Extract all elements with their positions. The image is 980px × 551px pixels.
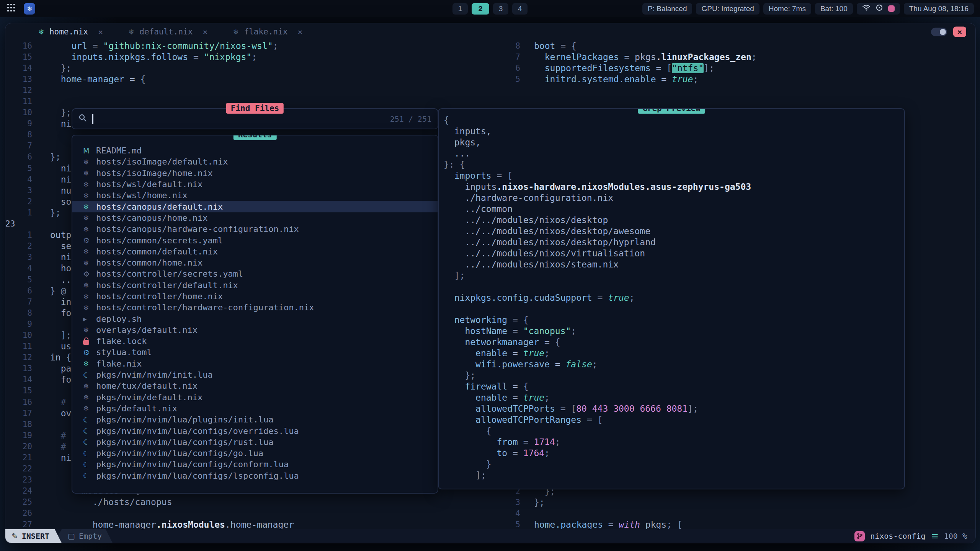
- find-files-title: Find Files: [226, 103, 284, 114]
- window-close-button[interactable]: ×: [953, 27, 966, 37]
- code-line: 5home.packages = with pkgs; [: [486, 519, 683, 529]
- line-number: 21: [5, 453, 32, 462]
- code-line: ../../modules/nixos/virtualisation: [444, 248, 904, 259]
- find-files-results[interactable]: Results MREADME.md❄hosts/isoImage/defaul…: [72, 135, 438, 494]
- file-result[interactable]: ❄overlays/default.nix: [72, 324, 438, 336]
- tab-home.nix[interactable]: ❄home.nix×: [38, 27, 103, 37]
- code-line: ../../modules/nixos/desktop: [444, 214, 904, 225]
- code-line: 25 ./hosts/canopus: [5, 497, 342, 508]
- file-result[interactable]: MREADME.md: [72, 145, 438, 156]
- code-line: 6 supportedFilesystems = ["ntfs"];: [486, 62, 757, 73]
- code-line: 12: [5, 85, 342, 96]
- line-number: 7: [5, 141, 32, 150]
- code-line: 27 home-manager.nixosModules.home-manage…: [5, 519, 342, 529]
- file-result[interactable]: ☾pkgs/nvim/nvim/lua/configs/overrides.lu…: [72, 425, 438, 436]
- file-result[interactable]: ❄home/tux/default.nix: [72, 380, 438, 391]
- tab-flake.nix[interactable]: ❄flake.nix×: [233, 27, 303, 37]
- file-name: pkgs/nvim/nvim/init.lua: [96, 370, 213, 380]
- lock-file-icon: [83, 337, 96, 345]
- file-result[interactable]: ❄hosts/canopus/home.nix: [72, 212, 438, 223]
- nix-file-icon: ❄: [83, 404, 96, 412]
- file-result[interactable]: ⚙hosts/common/secrets.yaml: [72, 235, 438, 246]
- workspace-3[interactable]: 3: [493, 3, 508, 15]
- right-top-buffer-pane[interactable]: 8boot = {7 kernelPackages = pkgs.linuxPa…: [486, 40, 757, 85]
- line-number: 15: [5, 52, 32, 62]
- line-number: 5: [486, 520, 520, 529]
- tab-default.nix[interactable]: ❄default.nix×: [128, 27, 207, 37]
- file-result[interactable]: ❄hosts/controller/hardware-configuration…: [72, 302, 438, 313]
- find-files-prompt[interactable]: Find Files 251 / 251: [72, 108, 438, 129]
- workspace-2[interactable]: 2: [472, 3, 489, 15]
- system-tray[interactable]: [857, 3, 900, 15]
- file-result[interactable]: ❄hosts/isoImage/home.nix: [72, 168, 438, 179]
- file-result[interactable]: ❄hosts/canopus/hardware-configuration.ni…: [72, 223, 438, 235]
- line-number: 14: [5, 64, 32, 73]
- nix-file-icon: ❄: [233, 28, 239, 36]
- code-line: 16 url = "github:nix-community/nixos-wsl…: [5, 40, 342, 51]
- line-number: 4: [5, 264, 32, 273]
- file-result[interactable]: ⚙hosts/controller/secrets.yaml: [72, 268, 438, 279]
- buffer-tabline: ❄home.nix×❄default.nix×❄flake.nix× ×: [5, 23, 975, 40]
- line-number: 23: [5, 219, 32, 228]
- code-line: {: [444, 425, 904, 436]
- file-result[interactable]: ❄hosts/controller/home.nix: [72, 291, 438, 302]
- file-result[interactable]: ❄hosts/common/default.nix: [72, 246, 438, 257]
- file-result[interactable]: ☾pkgs/nvim/nvim/lua/configs/rust.lua: [72, 437, 438, 448]
- file-result[interactable]: ▸deploy.sh: [72, 313, 438, 324]
- file-result[interactable]: ❄hosts/controller/default.nix: [72, 280, 438, 291]
- code-line: networkmanager = {: [444, 336, 904, 347]
- file-result[interactable]: ☾pkgs/nvim/nvim/lua/plugins/init.lua: [72, 414, 438, 425]
- file-result[interactable]: ❄pkgs/nvim/default.nix: [72, 392, 438, 403]
- file-result[interactable]: ☾pkgs/nvim/nvim/init.lua: [72, 369, 438, 380]
- distro-logo-icon[interactable]: ❄: [24, 3, 35, 15]
- tab-close-icon[interactable]: ×: [203, 27, 207, 37]
- toml-file-icon: ⚙: [83, 348, 96, 357]
- code-line: inputs,: [444, 126, 904, 137]
- nix-file-icon: ❄: [83, 303, 96, 312]
- file-result[interactable]: ❄hosts/wsl/home.nix: [72, 190, 438, 201]
- desktop-status-bar: ❄ 1234 P: BalancedGPU: IntegratedHome: 7…: [0, 0, 980, 17]
- tab-close-icon[interactable]: ×: [297, 27, 302, 37]
- file-result[interactable]: ☾pkgs/nvim/nvim/lua/configs/conform.lua: [72, 459, 438, 470]
- pencil-icon: ✎: [11, 531, 18, 541]
- file-result[interactable]: ⚙stylua.toml: [72, 347, 438, 358]
- lua-file-icon: ☾: [83, 427, 96, 435]
- line-number: 25: [5, 497, 32, 507]
- file-result[interactable]: ❄flake.nix: [72, 358, 438, 369]
- workspace-1[interactable]: 1: [452, 3, 468, 15]
- line-number: 3: [486, 498, 520, 507]
- file-result[interactable]: ❄hosts/common/home.nix: [72, 257, 438, 268]
- code-line: pkgs,: [444, 137, 904, 148]
- code-line: nixpkgs.config.cudaSupport = true;: [444, 292, 904, 303]
- file-name: hosts/canopus/home.nix: [96, 213, 207, 223]
- workspace-4[interactable]: 4: [512, 3, 528, 15]
- file-result[interactable]: ❄pkgs/default.nix: [72, 403, 438, 414]
- line-number: 2: [5, 241, 32, 251]
- file-result[interactable]: ❄hosts/canopus/default.nix: [72, 201, 438, 212]
- file-result[interactable]: flake.lock: [72, 336, 438, 347]
- line-number: 19: [5, 431, 32, 440]
- results-title: Results: [234, 135, 277, 140]
- status-module: Home: 7ms: [763, 3, 811, 15]
- file-name: overlays/default.nix: [96, 325, 198, 335]
- grep-preview-panel[interactable]: Grep Preview { inputs, pkgs, ...}: { imp…: [438, 108, 905, 489]
- file-result[interactable]: ☾pkgs/nvim/nvim/lua/configs/go.lua: [72, 448, 438, 459]
- app-launcher-button[interactable]: [6, 4, 16, 14]
- code-line: }: {: [444, 159, 904, 170]
- window-toggle-button[interactable]: [931, 28, 947, 36]
- code-line: 11: [5, 96, 342, 107]
- nix-file-icon: ❄: [83, 382, 96, 390]
- file-result[interactable]: ☾pkgs/nvim/nvim/lua/configs/lspconfig.lu…: [72, 470, 438, 481]
- line-number: 5: [5, 164, 32, 173]
- apps-grid-icon: [7, 3, 15, 14]
- preview-title: Grep Preview: [638, 108, 705, 114]
- file-name: pkgs/nvim/nvim/lua/configs/rust.lua: [96, 437, 274, 447]
- line-number: 4: [486, 509, 520, 518]
- code-line: allowedTCPPorts = [80 443 3000 6666 8081…: [444, 403, 904, 414]
- file-name: pkgs/nvim/nvim/lua/configs/conform.lua: [96, 460, 289, 469]
- line-number: 8: [5, 308, 32, 318]
- file-result[interactable]: ❄hosts/isoImage/default.nix: [72, 156, 438, 167]
- file-result[interactable]: ❄hosts/wsl/default.nix: [72, 179, 438, 190]
- tab-close-icon[interactable]: ×: [98, 27, 103, 37]
- sh-file-icon: ▸: [83, 315, 96, 323]
